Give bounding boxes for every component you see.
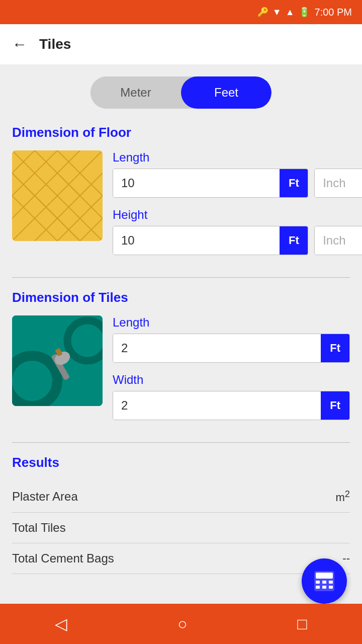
plaster-area-label: Plaster Area [12, 490, 78, 504]
height-label: Height [113, 208, 362, 222]
bottom-nav: ◁ ○ □ [0, 604, 362, 644]
nav-back-icon[interactable]: ◁ [55, 614, 67, 633]
svg-rect-26 [322, 581, 326, 584]
svg-rect-24 [316, 573, 333, 579]
status-bar: 🔑 ▼ ▲ 🔋 7:00 PM [0, 0, 362, 24]
toggle-meter[interactable]: Meter [90, 76, 181, 109]
tiles-section: Dimension of Tiles Length [12, 290, 350, 430]
toggle-feet[interactable]: Feet [181, 76, 272, 109]
total-cement-label: Total Cement Bags [12, 551, 114, 566]
results-section: Results Plaster Area m2 Total Tiles Tota… [12, 455, 350, 574]
top-bar: ← Tiles [0, 24, 362, 64]
nav-recent-icon[interactable]: □ [297, 615, 307, 633]
floor-height-in-input[interactable] [315, 226, 362, 255]
wifi-icon: ▼ [273, 7, 282, 18]
floor-inputs: Length Ft in Height Ft [113, 150, 362, 265]
total-tiles-label: Total Tiles [12, 521, 66, 535]
unit-toggle[interactable]: Meter Feet [12, 76, 350, 109]
tiles-width-input[interactable] [113, 391, 321, 420]
back-button[interactable]: ← [12, 36, 27, 53]
total-tiles-row: Total Tiles [12, 513, 350, 543]
page-title: Tiles [39, 36, 71, 52]
main-content: Meter Feet Dimension of Floor [0, 64, 362, 644]
svg-rect-27 [329, 581, 333, 584]
tiles-width-group: Ft [113, 391, 350, 420]
floor-height-ft-input[interactable] [113, 226, 280, 255]
svg-rect-28 [316, 586, 320, 589]
total-cement-value: -- [342, 552, 350, 565]
tiles-length-group: Ft [113, 334, 350, 363]
key-icon: 🔑 [257, 7, 268, 18]
tiles-inputs: Length Ft Width Ft [113, 315, 350, 430]
tiles-image [12, 315, 103, 406]
total-cement-row: Total Cement Bags -- [12, 543, 350, 574]
height-input-row: Ft in [113, 226, 362, 255]
nav-home-icon[interactable]: ○ [177, 615, 187, 633]
floor-row: Length Ft in Height Ft [12, 150, 350, 265]
tiles-length-label: Length [113, 315, 350, 330]
tiles-section-title: Dimension of Tiles [12, 290, 350, 305]
length-input-row: Ft in [113, 169, 362, 198]
divider-1 [12, 277, 350, 278]
toggle-button[interactable]: Meter Feet [90, 76, 272, 109]
status-time: 7:00 PM [315, 7, 352, 18]
calculate-fab[interactable] [302, 558, 347, 604]
floor-section: Dimension of Floor [12, 125, 350, 265]
floor-length-in-input[interactable] [315, 169, 362, 197]
battery-icon: 🔋 [299, 7, 310, 18]
svg-rect-30 [329, 586, 333, 589]
svg-rect-29 [322, 586, 326, 589]
status-icons: 🔑 ▼ ▲ 🔋 [257, 7, 310, 18]
svg-rect-25 [316, 581, 320, 584]
signal-icon: ▲ [286, 7, 295, 18]
plaster-area-unit: m2 [335, 491, 350, 504]
tiles-row: Length Ft Width Ft [12, 315, 350, 430]
divider-2 [12, 442, 350, 443]
tiles-length-unit: Ft [321, 334, 349, 362]
height-in-group: in [314, 226, 362, 255]
tiles-length-input[interactable] [113, 334, 321, 362]
tiles-width-unit: Ft [321, 391, 349, 420]
length-in-group: in [314, 169, 362, 198]
floor-image [12, 150, 103, 241]
height-ft-unit: Ft [280, 226, 308, 255]
length-ft-unit: Ft [280, 169, 308, 197]
height-ft-group: Ft [113, 226, 308, 255]
plaster-area-value: m2 [335, 489, 350, 504]
tiles-width-label: Width [113, 373, 350, 387]
floor-section-title: Dimension of Floor [12, 125, 350, 140]
plaster-area-row: Plaster Area m2 [12, 480, 350, 513]
results-title: Results [12, 455, 350, 470]
length-label: Length [113, 150, 362, 165]
length-ft-group: Ft [113, 169, 308, 198]
floor-length-ft-input[interactable] [113, 169, 280, 197]
